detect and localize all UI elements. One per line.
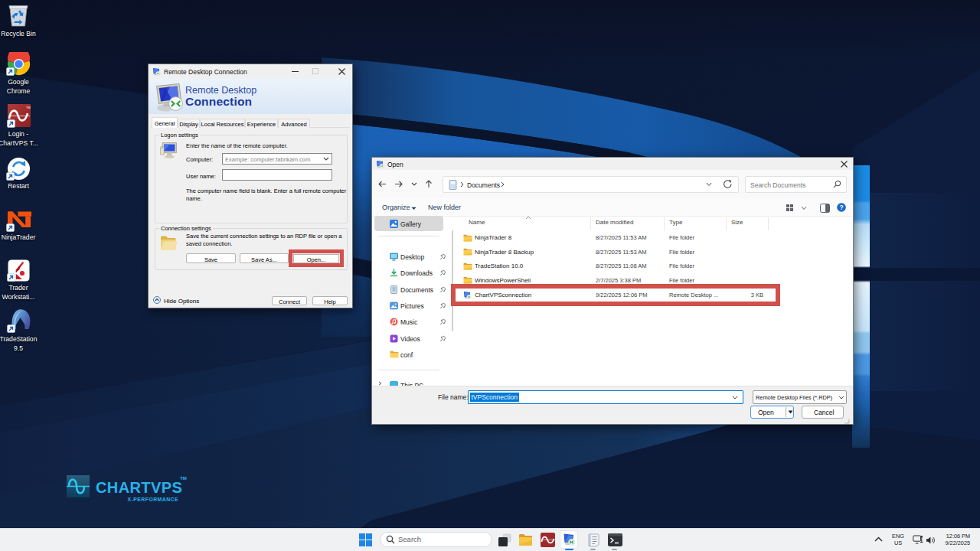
- svg-text:CHARTVPS: CHARTVPS: [96, 479, 182, 496]
- svg-text:?: ?: [839, 204, 843, 211]
- svg-text:X-PERFORMANCE: X-PERFORMANCE: [127, 497, 178, 502]
- svg-text:TM: TM: [180, 476, 187, 481]
- svg-text:TM: TM: [26, 106, 31, 109]
